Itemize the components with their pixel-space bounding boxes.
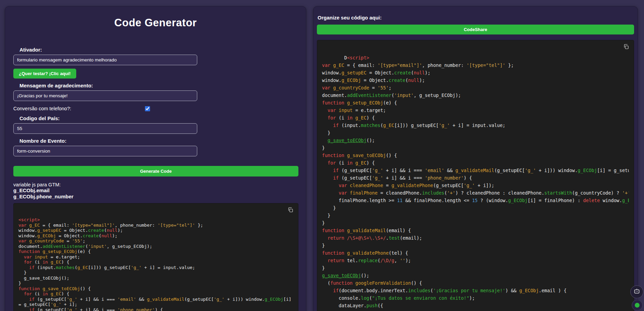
- code-line: var finalPhone = cleanedPhone.includes('…: [322, 189, 629, 197]
- codeshare-button[interactable]: CodeShare: [317, 25, 634, 34]
- floating-widget-secondary-button[interactable]: [632, 300, 643, 311]
- code-line: function g_save_toECObj() {: [18, 286, 293, 292]
- organize-panel: Organize seu código aqui: CodeShare D<sc…: [313, 6, 638, 311]
- gtm-variable-phone: g_ECObj.phone_number: [13, 194, 298, 200]
- event-name-label: Nombre de Evento:: [19, 138, 298, 144]
- code-line: window.g_ECObj = Object.create(null);: [18, 233, 293, 239]
- generate-code-button[interactable]: Generate Code: [13, 166, 298, 176]
- gtm-variable-email: g_ECObj.email: [13, 187, 298, 194]
- code-generator-panel: Code Generator Ativador: ¿Quer testar? ¡…: [5, 6, 306, 311]
- phone-conversion-label: Conversão com telefono?:: [13, 106, 71, 111]
- code-line: if (g_setupEC['g_' + i] && i === 'email'…: [322, 167, 629, 174]
- code-line: console.log("¡Tus datos se enviaron con …: [322, 294, 629, 302]
- organize-header: Organize seu código aqui:: [317, 15, 634, 20]
- code-line: if(document.body.innerText.includes('¡Gr…: [322, 287, 629, 294]
- code-line: return /\S+@\S+\.\S+/.test(email);: [322, 234, 629, 242]
- country-code-input[interactable]: [13, 123, 197, 134]
- code-line: if (input.matches(g_EC[i])) g_setupEC['g…: [322, 122, 629, 129]
- code-line: var input = e.target;: [18, 254, 293, 260]
- code-line: for (i in g_EC) {: [18, 259, 293, 265]
- code-line: }: [322, 129, 629, 137]
- code-line: var g_countryCode = '55';: [322, 84, 629, 91]
- page-title: Code Generator: [13, 17, 298, 29]
- code-line: }: [18, 270, 293, 275]
- message-label: Mensagem de agradecimento:: [19, 83, 298, 88]
- copy-icon[interactable]: [623, 44, 629, 51]
- code-line: g_save_toECObj();: [322, 272, 629, 279]
- test-button[interactable]: ¿Quer testar? ¡Clic aquí!: [13, 69, 76, 79]
- code-line: var input = e.target;: [322, 107, 629, 114]
- code-line: }: [322, 242, 629, 249]
- code-line: window.g_ECObj = Object.create(null);: [322, 76, 629, 84]
- right-code: D<script>var g_EC = { email: '[type="ema…: [322, 54, 629, 309]
- code-line: g_save_toECObj();: [18, 275, 293, 281]
- code-line: function g_save_toECObj() {: [322, 152, 629, 159]
- code-line: function g_setup_ECObj(e) {: [322, 99, 629, 107]
- code-line: }: [322, 204, 629, 212]
- code-line: var g_EC = { email: '[type="email"]', ph…: [322, 61, 629, 69]
- code-line: <script>: [18, 217, 293, 223]
- gtm-note: variable js para GTM:: [13, 182, 298, 187]
- assistant-widget-icon: [633, 288, 640, 296]
- code-line: }: [322, 264, 629, 272]
- phone-conversion-checkbox[interactable]: [145, 106, 150, 111]
- code-line: for (i in g_EC) {: [18, 291, 293, 297]
- code-line: dataLayer.push({: [322, 302, 629, 309]
- code-line: return tel.replace(/\D/g, '');: [322, 257, 629, 264]
- code-line: window.g_setupEC = Object.create(null);: [18, 228, 293, 233]
- event-name-input[interactable]: [13, 146, 197, 156]
- code-line: if (g_setupEC['g_' + i] && i === 'email'…: [18, 297, 293, 307]
- code-line: window.g_setupEC = Object.create(null);: [322, 69, 629, 76]
- code-line: var g_EC = { email: '[type="email"]', ph…: [18, 223, 293, 228]
- code-line: var g_countryCode = '55';: [18, 238, 293, 244]
- code-line: }: [322, 219, 629, 227]
- code-line: for (i in g_EC) {: [322, 159, 629, 167]
- code-line: finalPhone.length >= 11 && finalPhone.le…: [322, 197, 629, 204]
- activator-input[interactable]: [13, 55, 197, 65]
- code-line: }: [322, 212, 629, 219]
- activator-label: Ativador:: [19, 47, 298, 53]
- message-input[interactable]: [13, 90, 197, 101]
- code-line: g_save_toECObj();: [322, 137, 629, 144]
- code-line: for (i in g_EC) {: [322, 114, 629, 122]
- code-line: function g_validatePhone(tel) {: [322, 249, 629, 257]
- code-line: document.addEventListener('input', g_set…: [18, 244, 293, 249]
- copy-icon[interactable]: [287, 207, 293, 214]
- generated-code-block: <script>var g_EC = { email: '[type="emai…: [13, 203, 298, 311]
- code-line: D<script>: [322, 54, 629, 61]
- code-line: (function googleFormValidation() {: [322, 279, 629, 287]
- code-line: if (g_setupEC['g_' + i] && i === 'phone_…: [322, 174, 629, 182]
- floating-widget-button[interactable]: [630, 285, 643, 298]
- code-line: }: [18, 281, 293, 286]
- left-code: <script>var g_EC = { email: '[type="emai…: [18, 217, 293, 311]
- country-code-label: Codigo del País:: [19, 115, 298, 121]
- code-line: if (g_setupEC['g_' + i] && i === 'phone_…: [18, 307, 293, 311]
- code-line: document.addEventListener('input', g_set…: [322, 91, 629, 99]
- status-dot-icon: [635, 303, 640, 308]
- code-line: }: [322, 144, 629, 152]
- code-line: function g_setup_ECObj(e) {: [18, 249, 293, 254]
- editor-code-block[interactable]: D<script>var g_EC = { email: '[type="ema…: [317, 40, 634, 311]
- phone-conversion-row: Conversão com telefono?:: [13, 106, 150, 111]
- code-line: if (input.matches(g_EC[i])) g_setupEC['g…: [18, 265, 293, 270]
- code-line: var cleanedPhone = g_validatePhone(g_set…: [322, 182, 629, 189]
- code-line: function g_validateMail(email) {: [322, 227, 629, 234]
